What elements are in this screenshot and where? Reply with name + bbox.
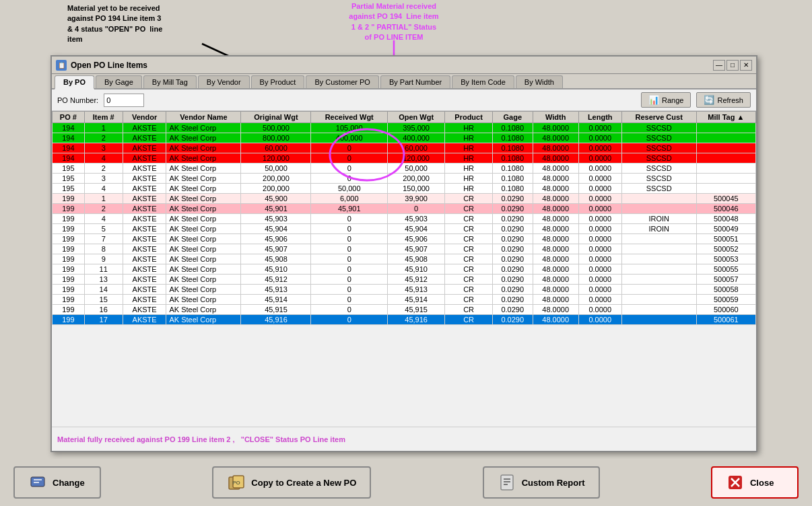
table-row[interactable]: 1943AKSTEAK Steel Corp60,000060,000HR0.1… bbox=[53, 143, 756, 153]
table-row[interactable]: 1997AKSTEAK Steel Corp45,906045,906CR0.0… bbox=[53, 234, 756, 244]
table-cell: 2 bbox=[84, 164, 123, 174]
table-cell bbox=[621, 285, 696, 295]
table-cell: 45,914 bbox=[241, 295, 311, 305]
table-cell: 0 bbox=[311, 234, 388, 244]
close-window-button[interactable]: ✕ bbox=[740, 60, 752, 71]
maximize-button[interactable]: □ bbox=[726, 60, 739, 71]
table-cell: 48.0000 bbox=[533, 133, 578, 143]
table-cell: 0.0290 bbox=[492, 295, 533, 305]
table-row[interactable]: 1954AKSTEAK Steel Corp200,00050,000150,0… bbox=[53, 184, 756, 194]
table-cell: 0 bbox=[311, 254, 388, 264]
table-cell: AK Steel Corp bbox=[166, 244, 241, 254]
table-cell: 0.1080 bbox=[492, 164, 533, 174]
table-row[interactable]: 1953AKSTEAK Steel Corp200,0000200,000HR0… bbox=[53, 174, 756, 184]
table-cell: HR bbox=[445, 184, 493, 194]
table-container[interactable]: PO # Item # Vendor Vendor Name Original … bbox=[52, 111, 756, 418]
tab-by-gage[interactable]: By Gage bbox=[96, 75, 142, 88]
col-vendor: Vendor bbox=[123, 112, 166, 123]
change-button[interactable]: Change bbox=[13, 466, 101, 499]
table-row[interactable]: 1941AKSTEAK Steel Corp500,000105,000395,… bbox=[53, 123, 756, 133]
table-cell: 0.0290 bbox=[492, 234, 533, 244]
change-icon bbox=[28, 473, 47, 492]
tab-by-part-number[interactable]: By Part Number bbox=[380, 75, 450, 88]
tab-by-mill-tag[interactable]: By Mill Tag bbox=[143, 75, 197, 88]
table-row[interactable]: 19913AKSTEAK Steel Corp45,912045,912CR0.… bbox=[53, 275, 756, 285]
table-cell: 45,916 bbox=[241, 315, 311, 325]
table-cell: 0.0290 bbox=[492, 224, 533, 234]
table-cell: SSCSD bbox=[621, 123, 696, 133]
table-cell: 0.0290 bbox=[492, 305, 533, 315]
table-cell: 0.1080 bbox=[492, 153, 533, 164]
table-cell: 17 bbox=[84, 315, 123, 325]
table-cell: 199 bbox=[53, 275, 85, 285]
table-cell: 48.0000 bbox=[533, 315, 578, 325]
table-cell: CR bbox=[445, 254, 493, 264]
table-cell: 0.0000 bbox=[578, 315, 621, 325]
table-cell: SSCSD bbox=[621, 143, 696, 153]
tab-by-item-code[interactable]: By Item Code bbox=[452, 75, 514, 88]
table-cell: AKSTE bbox=[123, 164, 166, 174]
range-button[interactable]: 📊 Range bbox=[641, 92, 691, 108]
table-row[interactable]: 1995AKSTEAK Steel Corp45,904045,904CR0.0… bbox=[53, 224, 756, 234]
table-cell: 500058 bbox=[696, 285, 755, 295]
window-title: Open PO Line Items bbox=[71, 61, 147, 70]
table-row[interactable]: 19915AKSTEAK Steel Corp45,914045,914CR0.… bbox=[53, 295, 756, 305]
table-row[interactable]: 1999AKSTEAK Steel Corp45,908045,908CR0.0… bbox=[53, 254, 756, 264]
table-cell: CR bbox=[445, 305, 493, 315]
table-cell: 48.0000 bbox=[533, 224, 578, 234]
tab-by-product[interactable]: By Product bbox=[251, 75, 305, 88]
table-cell: CR bbox=[445, 285, 493, 295]
col-mill-tag: Mill Tag ▲ bbox=[696, 112, 755, 123]
table-cell: 2 bbox=[84, 133, 123, 143]
table-cell: 45,904 bbox=[241, 224, 311, 234]
table-row[interactable]: 1994AKSTEAK Steel Corp45,903045,903CR0.0… bbox=[53, 214, 756, 224]
table-row[interactable]: 1992AKSTEAK Steel Corp45,90145,9010CR0.0… bbox=[53, 204, 756, 214]
refresh-button[interactable]: 🔄 Refresh bbox=[696, 92, 751, 108]
close-button[interactable]: Close bbox=[711, 466, 799, 499]
table-cell: 199 bbox=[53, 254, 85, 264]
table-cell: 0.0000 bbox=[578, 305, 621, 315]
table-cell: AK Steel Corp bbox=[166, 164, 241, 174]
tab-by-po[interactable]: By PO bbox=[55, 75, 94, 89]
table-cell bbox=[696, 164, 755, 174]
table-cell bbox=[621, 315, 696, 325]
table-cell bbox=[696, 123, 755, 133]
tab-by-width[interactable]: By Width bbox=[516, 75, 563, 88]
copy-new-po-button[interactable]: PO Copy to Create a New PO bbox=[212, 466, 371, 499]
table-cell: 45,907 bbox=[387, 244, 444, 254]
table-row[interactable]: 19917AKSTEAK Steel Corp45,916045,916CR0.… bbox=[53, 315, 756, 325]
table-cell: AKSTE bbox=[123, 254, 166, 264]
table-row[interactable]: 1998AKSTEAK Steel Corp45,907045,907CR0.0… bbox=[53, 244, 756, 254]
close-button-label: Close bbox=[750, 478, 774, 488]
table-cell: 0 bbox=[311, 264, 388, 275]
table-cell: AKSTE bbox=[123, 153, 166, 164]
table-cell: 199 bbox=[53, 234, 85, 244]
po-number-input[interactable] bbox=[104, 94, 144, 107]
custom-report-button[interactable]: Custom Report bbox=[483, 466, 600, 499]
table-cell: AK Steel Corp bbox=[166, 295, 241, 305]
bottom-bar: Change PO Copy to Create a New PO Custom… bbox=[0, 459, 812, 506]
table-cell: 0.0000 bbox=[578, 254, 621, 264]
table-row[interactable]: 19914AKSTEAK Steel Corp45,913045,913CR0.… bbox=[53, 285, 756, 295]
table-cell bbox=[621, 204, 696, 214]
table-row[interactable]: 19911AKSTEAK Steel Corp45,910045,910CR0.… bbox=[53, 264, 756, 275]
table-cell bbox=[621, 244, 696, 254]
minimize-button[interactable]: — bbox=[713, 60, 725, 71]
table-row[interactable]: 1944AKSTEAK Steel Corp120,0000120,000HR0… bbox=[53, 153, 756, 164]
table-cell: 48.0000 bbox=[533, 214, 578, 224]
table-row[interactable]: 1942AKSTEAK Steel Corp800,000400,000400,… bbox=[53, 133, 756, 143]
table-row[interactable]: 19916AKSTEAK Steel Corp45,915045,915CR0.… bbox=[53, 305, 756, 315]
table-cell bbox=[696, 143, 755, 153]
table-cell: HR bbox=[445, 153, 493, 164]
table-row[interactable]: 1991AKSTEAK Steel Corp45,9006,00039,900C… bbox=[53, 194, 756, 204]
table-cell: 45,912 bbox=[387, 275, 444, 285]
table-cell: AKSTE bbox=[123, 204, 166, 214]
table-body: 1941AKSTEAK Steel Corp500,000105,000395,… bbox=[53, 123, 756, 325]
table-cell: 50,000 bbox=[241, 164, 311, 174]
table-cell: 14 bbox=[84, 285, 123, 295]
tab-by-vendor[interactable]: By Vendor bbox=[198, 75, 250, 88]
tab-by-customer-po[interactable]: By Customer PO bbox=[306, 75, 379, 88]
table-row[interactable]: 1952AKSTEAK Steel Corp50,000050,000HR0.1… bbox=[53, 164, 756, 174]
table-cell: 45,913 bbox=[387, 285, 444, 295]
table-cell: CR bbox=[445, 234, 493, 244]
